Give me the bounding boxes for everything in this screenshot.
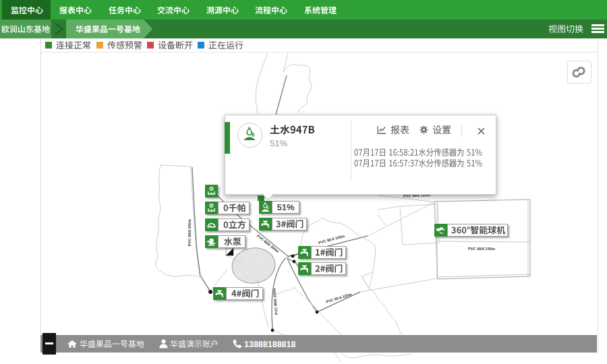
svg-text:PVC 90/6 150m: PVC 90/6 150m	[468, 247, 495, 251]
svg-text:PVC 90/6 300m: PVC 90/6 300m	[187, 219, 192, 246]
svg-text:PVC 90/6 150m: PVC 90/6 150m	[272, 288, 278, 315]
